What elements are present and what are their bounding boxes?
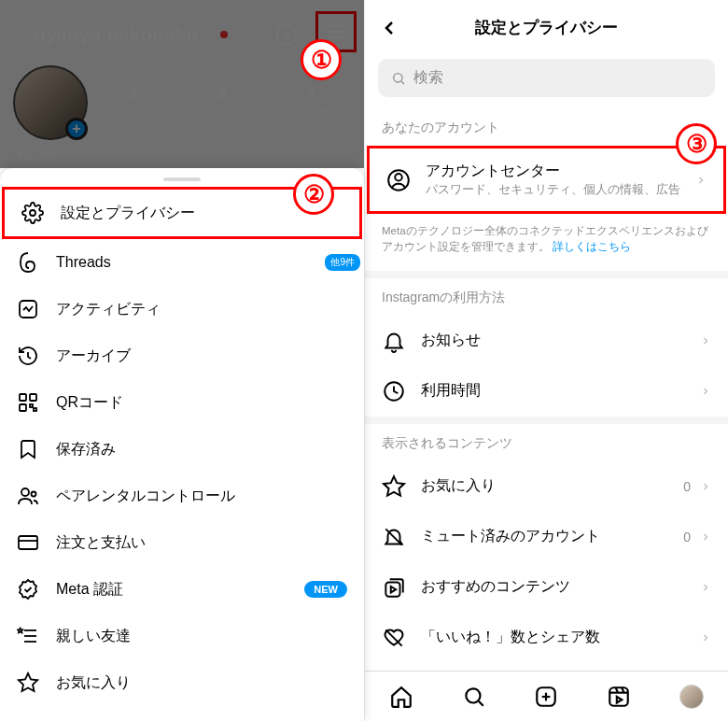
divider [365, 271, 728, 278]
sheet-grabber[interactable] [163, 177, 201, 181]
item-label: アカウントセンター [426, 162, 695, 181]
chevron-right-icon [700, 386, 711, 397]
chevron-right-icon [700, 582, 711, 593]
svg-rect-12 [30, 404, 33, 407]
svg-point-7 [30, 210, 35, 216]
menu-item-threads[interactable]: Threads 他9件 [0, 239, 364, 286]
search-nav-icon[interactable] [462, 685, 486, 709]
page-title: 設定とプライバシー [475, 17, 618, 38]
search-input[interactable]: 検索 [378, 59, 715, 97]
menu-item-archive[interactable]: アーカイブ [0, 332, 364, 379]
meta-note: Metaのテクノロジー全体のコネクテッドエクスペリエンスおよびアカウント設定を管… [365, 214, 728, 271]
svg-marker-28 [384, 476, 404, 496]
section-header: Instagramの利用方法 [365, 278, 728, 316]
profile-icon [386, 168, 411, 192]
qr-icon [17, 391, 39, 414]
menu-label: Threads [56, 254, 325, 271]
bell-icon [382, 329, 406, 353]
svg-rect-16 [19, 536, 37, 549]
heart-off-icon [382, 626, 406, 650]
count: 0 [683, 479, 691, 494]
card-icon [17, 531, 39, 554]
svg-marker-22 [19, 673, 37, 691]
svg-rect-10 [30, 394, 36, 401]
menu-label: お気に入り [56, 673, 347, 693]
section-header: 表示されるコンテンツ [365, 424, 728, 461]
callout-3: ③ [676, 123, 717, 164]
menu-item-saved[interactable]: 保存済み [0, 426, 364, 473]
item-suggested[interactable]: おすすめのコンテンツ [365, 562, 728, 613]
svg-marker-21 [18, 629, 22, 633]
callout-1: ① [301, 39, 342, 80]
svg-point-15 [32, 492, 36, 497]
menu-item-activity[interactable]: アクティビティ [0, 286, 364, 332]
menu-label: ペアレンタルコントロール [56, 487, 347, 506]
verified-icon [17, 578, 39, 601]
create-nav-icon[interactable] [534, 685, 558, 709]
activity-icon [17, 298, 39, 320]
clock-icon [382, 379, 406, 403]
reels-icon[interactable] [607, 685, 631, 709]
threads-icon [17, 251, 39, 274]
svg-marker-42 [617, 697, 622, 703]
item-likes-shares[interactable]: 「いいね！」数とシェア数 [365, 613, 728, 663]
back-icon[interactable] [378, 17, 400, 39]
svg-rect-30 [385, 582, 399, 596]
home-icon[interactable] [389, 685, 413, 709]
people-icon [17, 485, 39, 507]
star-icon [382, 474, 406, 499]
svg-point-14 [21, 488, 29, 496]
svg-point-33 [466, 688, 480, 702]
count: 0 [683, 530, 691, 544]
item-sub: パスワード、セキュリティ、個人の情報、広告 [426, 181, 695, 198]
menu-sheet: 設定とプライバシー Threads 他9件 アクティビティ アーカイブ QRコー… [0, 168, 364, 721]
svg-marker-31 [391, 586, 396, 592]
menu-item-payment[interactable]: 注文と支払い [0, 519, 364, 566]
menu-label: 注文と支払い [56, 533, 347, 553]
nav-avatar[interactable] [679, 685, 704, 709]
search-placeholder: 検索 [413, 68, 443, 88]
chevron-right-icon [700, 531, 711, 543]
callout-2: ② [293, 174, 334, 215]
bookmark-icon [17, 438, 39, 460]
menu-label: Meta 認証 [56, 580, 304, 600]
menu-item-qr[interactable]: QRコード [0, 379, 364, 426]
chevron-right-icon [700, 335, 711, 346]
menu-item-favorites[interactable]: お気に入り [0, 659, 364, 706]
section-header: あなたのアカウント [365, 108, 728, 146]
search-icon [391, 71, 406, 86]
chevron-right-icon [695, 175, 707, 186]
account-center-item[interactable]: アカウントセンター パスワード、セキュリティ、個人の情報、広告 [367, 146, 726, 214]
meta-link[interactable]: 詳しくはこちら [553, 241, 631, 252]
item-favorites[interactable]: お気に入り 0 [365, 461, 728, 512]
svg-point-23 [394, 73, 402, 81]
gear-icon [21, 202, 44, 224]
menu-label: 保存済み [56, 440, 347, 459]
svg-rect-11 [20, 404, 26, 411]
chevron-right-icon [700, 632, 711, 643]
list-star-icon [17, 625, 39, 647]
divider [365, 417, 728, 424]
archive-icon [17, 345, 39, 367]
menu-label: アーカイブ [56, 346, 347, 366]
svg-line-24 [401, 81, 404, 84]
star-icon [17, 672, 39, 694]
menu-label: QRコード [56, 393, 347, 413]
menu-item-close-friends[interactable]: 親しい友達 [0, 613, 364, 659]
play-stack-icon [382, 575, 406, 600]
bottom-nav [365, 671, 728, 721]
menu-item-verified[interactable]: Meta 認証 NEW [0, 566, 364, 613]
chevron-right-icon [700, 481, 711, 492]
menu-item-parental[interactable]: ペアレンタルコントロール [0, 473, 364, 519]
item-muted[interactable]: ミュート済みのアカウント 0 [365, 512, 728, 562]
svg-rect-13 [34, 408, 36, 411]
item-notifications[interactable]: お知らせ [365, 316, 728, 366]
svg-line-34 [479, 700, 483, 705]
svg-rect-9 [20, 394, 26, 401]
new-badge: NEW [304, 581, 347, 598]
menu-label: アクティビティ [56, 300, 347, 319]
item-time[interactable]: 利用時間 [365, 366, 728, 417]
mute-icon [382, 525, 406, 549]
menu-label: 親しい友達 [56, 627, 347, 646]
svg-rect-38 [610, 687, 629, 706]
